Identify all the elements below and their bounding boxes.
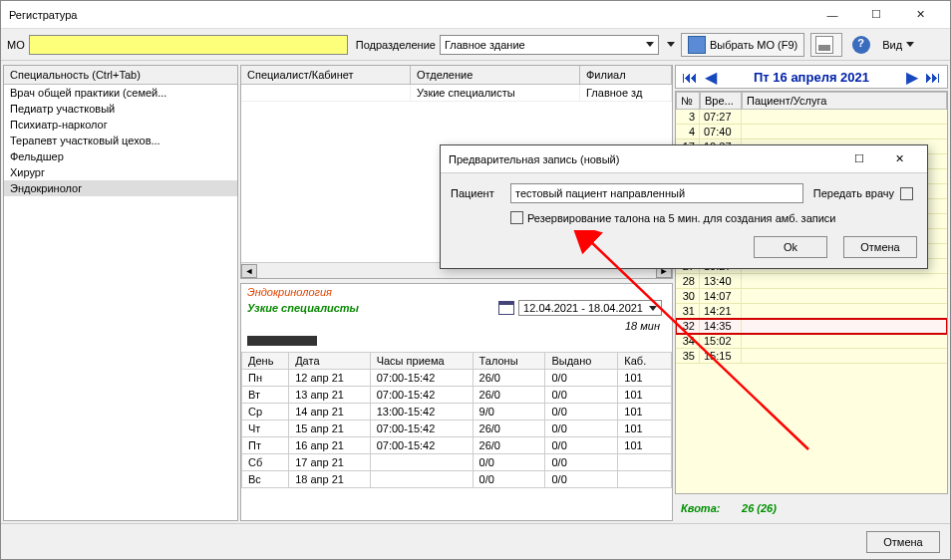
dialog-titlebar: Предварительная запись (новый) ☐ ✕: [441, 145, 927, 173]
nav-prev-icon[interactable]: ◀: [703, 69, 719, 86]
date-range-input[interactable]: 12.04.2021 - 18.04.2021: [518, 300, 662, 316]
col-specialist: Специалист/Кабинет: [241, 66, 411, 84]
specialty-list[interactable]: Врач общей практики (семей...Педиатр уча…: [4, 85, 237, 520]
slot-row[interactable]: 3114:21: [676, 304, 947, 319]
subdiv-label: Подразделение: [356, 39, 436, 51]
print-icon: [815, 36, 833, 54]
view-dropdown[interactable]: Вид: [882, 39, 914, 51]
cell-branch: Главное зд: [580, 85, 672, 101]
minimize-button[interactable]: —: [810, 1, 854, 29]
choose-mo-button[interactable]: Выбрать МО (F9): [681, 33, 804, 57]
window-controls: — ☐ ✕: [810, 1, 942, 29]
chevron-down-icon: [906, 42, 914, 47]
specialty-panel: Специальность (Ctrl+Tab) Врач общей прак…: [3, 65, 238, 521]
nav-last-icon[interactable]: ⏭: [923, 69, 943, 86]
minutes-label: 18 мин: [617, 320, 668, 332]
nav-next-icon[interactable]: ▶: [904, 69, 920, 86]
week-row[interactable]: Вс18 апр 210/00/0: [242, 471, 672, 488]
col-department: Отделение: [411, 66, 580, 84]
week-col: День: [242, 353, 289, 370]
close-button[interactable]: ✕: [898, 1, 942, 29]
main-window: Регистратура — ☐ ✕ МО Подразделение Глав…: [0, 0, 951, 560]
dept-title: Эндокринология: [241, 284, 672, 300]
patient-input[interactable]: [510, 183, 803, 203]
slot-row[interactable]: 407:40: [676, 125, 947, 140]
main-area: Специальность (Ctrl+Tab) Врач общей прак…: [1, 63, 950, 523]
dialog-close-button[interactable]: ✕: [879, 145, 919, 173]
slot-row[interactable]: 3515:15: [676, 349, 947, 364]
patient-label: Пациент: [451, 187, 510, 199]
slot-row[interactable]: 307:27: [676, 110, 947, 125]
col-patient: Пациент/Услуга: [742, 92, 947, 110]
slot-row[interactable]: 3014:07: [676, 289, 947, 304]
quota-label: Квота:: [681, 502, 720, 514]
nav-first-icon[interactable]: ⏮: [680, 69, 700, 86]
help-button[interactable]: [848, 33, 878, 57]
cancel-button[interactable]: Отмена: [866, 531, 940, 553]
maximize-button[interactable]: ☐: [854, 1, 898, 29]
help-icon: [852, 36, 870, 54]
reserve-checkbox[interactable]: [510, 211, 523, 224]
week-row[interactable]: Пт16 апр 2107:00-15:4226/00/0101: [242, 437, 672, 454]
handover-checkbox[interactable]: [900, 187, 913, 200]
toolbar: МО Подразделение Главное здание Выбрать …: [1, 29, 950, 61]
specialty-item[interactable]: Терапевт участковый цехов...: [4, 133, 237, 148]
mo-label: МО: [7, 39, 25, 51]
col-time: Вре...: [700, 92, 742, 110]
subdiv-extra-dropdown-icon[interactable]: [667, 42, 675, 47]
week-row[interactable]: Чт15 апр 2107:00-15:4226/00/0101: [242, 420, 672, 437]
window-titlebar: Регистратура — ☐ ✕: [1, 1, 950, 29]
cell-specialist: [241, 85, 411, 101]
date-range-row: 12.04.2021 - 18.04.2021: [492, 300, 668, 316]
view-label: Вид: [882, 39, 902, 51]
week-row[interactable]: Пн12 апр 2107:00-15:4226/00/0101: [242, 370, 672, 387]
prebooking-dialog: Предварительная запись (новый) ☐ ✕ Пацие…: [440, 144, 928, 269]
slot-row[interactable]: 3415:02: [676, 334, 947, 349]
slot-row[interactable]: 2813:40: [676, 274, 947, 289]
chevron-down-icon: [649, 306, 657, 311]
scroll-left-icon[interactable]: ◄: [241, 264, 257, 278]
date-range-value: 12.04.2021 - 18.04.2021: [523, 302, 643, 314]
week-row[interactable]: Вт13 апр 2107:00-15:4226/00/0101: [242, 387, 672, 404]
specialty-item[interactable]: Психиатр-нарколог: [4, 117, 237, 133]
choose-mo-icon: [688, 36, 706, 54]
week-col: Часы приема: [370, 353, 473, 370]
quota-value: 26 (26): [742, 502, 777, 514]
specialty-item[interactable]: Хирург: [4, 164, 237, 180]
col-branch: Филиал: [580, 66, 672, 84]
date-navigation: ⏮ ◀ Пт 16 апреля 2021 ▶ ⏭: [675, 65, 948, 89]
week-row[interactable]: Ср14 апр 2113:00-15:429/00/0101: [242, 404, 672, 420]
specialty-item[interactable]: Врач общей практики (семей...: [4, 85, 237, 101]
week-row[interactable]: Сб17 апр 210/00/0: [242, 454, 672, 471]
specialty-header: Специальность (Ctrl+Tab): [4, 66, 237, 85]
calendar-icon[interactable]: [498, 301, 514, 315]
week-col: Каб.: [618, 353, 672, 370]
subdiv-select[interactable]: Главное здание: [440, 35, 659, 55]
specialty-item[interactable]: Фельдшер: [4, 148, 237, 164]
subdiv-value: Главное здание: [445, 39, 525, 51]
choose-mo-label: Выбрать МО (F9): [710, 39, 797, 51]
week-col: Талоны: [473, 353, 545, 370]
quota-row: Квота: 26 (26): [675, 494, 948, 521]
dialog-maximize-button[interactable]: ☐: [839, 145, 879, 173]
specialist-row[interactable]: Узкие специалисты Главное зд: [241, 85, 672, 102]
handover-label: Передать врачу: [813, 187, 894, 199]
print-button[interactable]: [810, 33, 842, 57]
progress-bar: [247, 336, 317, 346]
specialty-item[interactable]: Педиатр участковый: [4, 101, 237, 117]
right-panel: ⏮ ◀ Пт 16 апреля 2021 ▶ ⏭ № Вре... Пацие…: [675, 65, 948, 521]
current-date: Пт 16 апреля 2021: [754, 70, 869, 85]
specialist-grid-header: Специалист/Кабинет Отделение Филиал: [241, 66, 672, 85]
week-col: Выдано: [545, 353, 618, 370]
dialog-cancel-button[interactable]: Отмена: [843, 236, 917, 258]
reserve-label: Резервирование талона на 5 мин. для созд…: [527, 212, 836, 224]
cell-department: Узкие специалисты: [411, 85, 580, 101]
dialog-ok-button[interactable]: Ok: [754, 236, 827, 258]
col-number: №: [676, 92, 700, 110]
dialog-body: Пациент Передать врачу Резервирование та…: [441, 173, 927, 268]
specialty-item[interactable]: Эндокринолог: [4, 180, 237, 196]
slot-row[interactable]: 3214:35: [676, 319, 947, 334]
week-grid: ДеньДатаЧасы приемаТалоныВыданоКаб. Пн12…: [241, 352, 672, 488]
mo-input[interactable]: [29, 35, 348, 55]
dropdown-icon: [646, 42, 654, 47]
